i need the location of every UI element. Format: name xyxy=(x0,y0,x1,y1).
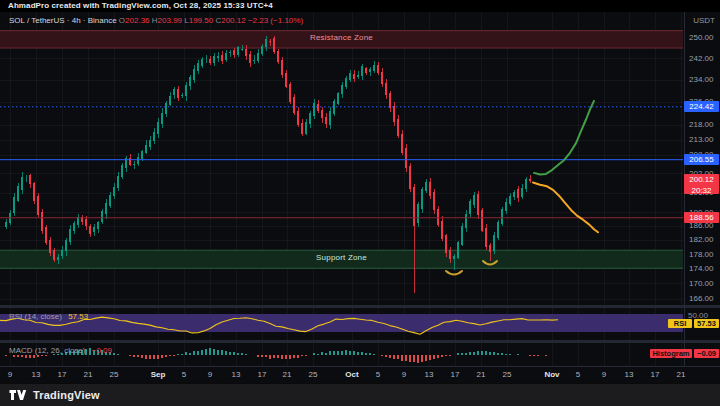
chart-area[interactable]: SOL / TetherUS · 4h · Binance O202.36 H2… xyxy=(0,12,720,383)
footer-brand-text: TradingView xyxy=(33,389,100,401)
tradingview-logo[interactable] xyxy=(9,388,28,402)
chart-canvas[interactable] xyxy=(0,12,720,383)
tradingview-screenshot: AhmadPro created with TradingView.com, O… xyxy=(0,0,720,406)
attribution-bar: AhmadPro created with TradingView.com, O… xyxy=(0,0,720,12)
attribution-text: AhmadPro created with TradingView.com, O… xyxy=(8,1,273,10)
footer-bar: TradingView xyxy=(0,383,720,406)
